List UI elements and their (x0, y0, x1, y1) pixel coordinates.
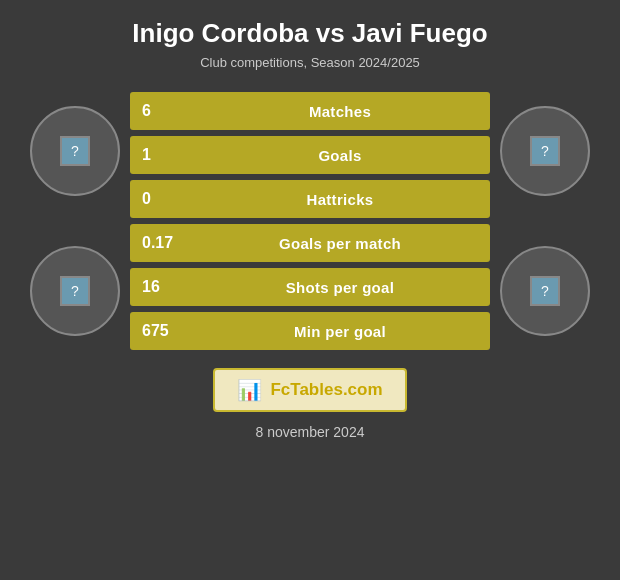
logo-text: FcTables.com (270, 380, 382, 400)
stat-value-5: 675 (130, 322, 190, 340)
stat-row: 16Shots per goal (130, 268, 490, 306)
stat-label-3: Goals per match (190, 235, 490, 252)
page-title: Inigo Cordoba vs Javi Fuego (132, 18, 487, 49)
player1-avatar-bottom: ? (30, 246, 120, 336)
page-subtitle: Club competitions, Season 2024/2025 (200, 55, 420, 70)
logo-text-fc: Fc (270, 380, 290, 399)
stats-rows: 6Matches1Goals0Hattricks0.17Goals per ma… (130, 92, 490, 350)
left-avatars: ? ? (30, 106, 120, 336)
stat-value-2: 0 (130, 190, 190, 208)
player2-avatar-top: ? (500, 106, 590, 196)
logo-section: 📊 FcTables.com 8 november 2024 (213, 368, 406, 440)
logo-chart-icon: 📊 (237, 378, 262, 402)
avatar-placeholder-icon: ? (60, 136, 90, 166)
footer-date: 8 november 2024 (256, 424, 365, 440)
stat-row: 6Matches (130, 92, 490, 130)
stat-label-5: Min per goal (190, 323, 490, 340)
logo-text-tables: Tables (290, 380, 343, 399)
stat-label-0: Matches (190, 103, 490, 120)
stat-row: 0Hattricks (130, 180, 490, 218)
right-avatars: ? ? (500, 106, 590, 336)
avatar-placeholder-icon3: ? (530, 136, 560, 166)
stat-label-2: Hattricks (190, 191, 490, 208)
logo-box: 📊 FcTables.com (213, 368, 406, 412)
page-container: Inigo Cordoba vs Javi Fuego Club competi… (0, 0, 620, 580)
avatar-placeholder-icon2: ? (60, 276, 90, 306)
stat-value-0: 6 (130, 102, 190, 120)
stat-value-4: 16 (130, 278, 190, 296)
stat-row: 675Min per goal (130, 312, 490, 350)
player1-avatar-top: ? (30, 106, 120, 196)
stat-label-1: Goals (190, 147, 490, 164)
logo-text-com: .com (343, 380, 383, 399)
stat-value-1: 1 (130, 146, 190, 164)
player2-avatar-bottom: ? (500, 246, 590, 336)
stat-value-3: 0.17 (130, 234, 190, 252)
avatar-placeholder-icon4: ? (530, 276, 560, 306)
stats-section: ? ? 6Matches1Goals0Hattricks0.17Goals pe… (20, 92, 600, 350)
stat-row: 0.17Goals per match (130, 224, 490, 262)
stat-label-4: Shots per goal (190, 279, 490, 296)
stat-row: 1Goals (130, 136, 490, 174)
